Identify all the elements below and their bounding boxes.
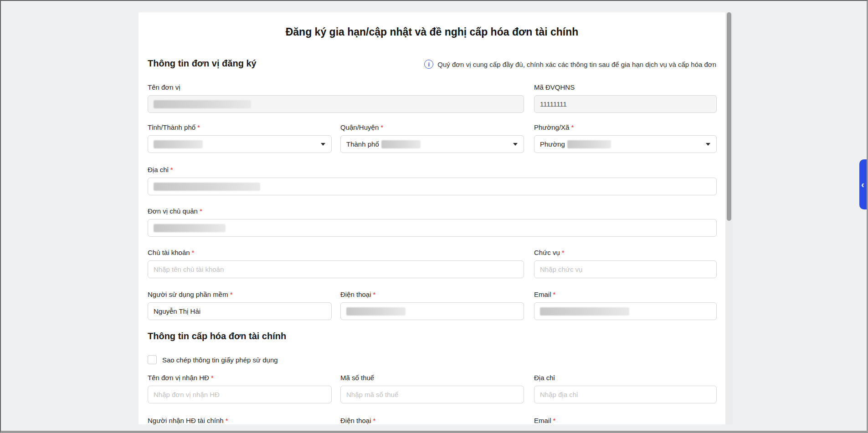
field-dia-chi: Địa chỉ* [148,165,717,195]
field-label-dia-chi: Địa chỉ* [148,165,717,174]
field-label-dien-thoai-hd: Điện thoại* [340,416,524,424]
label-text: Email [534,290,551,298]
don-vi-chu-quan-input[interactable] [148,219,717,237]
required-asterisk: * [230,290,233,298]
redacted-value [154,183,260,191]
field-label-email: Email* [534,290,717,299]
field-email: Email* [534,290,717,320]
field-label-quan-huyen: Quận/Huyện* [340,123,524,132]
required-asterisk: * [380,123,383,131]
ten-don-vi-input[interactable] [148,95,524,113]
field-label-nguoi-nhan-hd: Người nhận HĐ tài chính* [148,416,332,424]
dia-chi-hd-input[interactable] [534,386,717,403]
label-text: Mã số thuế [340,374,374,382]
chu-tai-khoan-input[interactable] [148,260,524,278]
ma-so-thue-input[interactable] [340,386,524,403]
field-label-dien-thoai: Điện thoại* [340,290,524,299]
field-label-tinh-thanh-pho: Tỉnh/Thành phố* [148,123,332,132]
info-icon: i [424,60,433,69]
required-asterisk: * [373,417,376,424]
side-panel-toggle[interactable]: ‹ [859,159,868,209]
quan-huyen-select[interactable]: Thành phố [340,135,524,153]
chevron-left-icon: ‹ [861,180,864,189]
field-don-vi-chu-quan: Đơn vị chủ quản* [148,207,717,237]
field-label-chu-tai-khoan: Chủ tài khoản* [148,248,524,257]
label-text: Quận/Huyện [340,123,379,131]
page-title: Đăng ký gia hạn/cập nhật và đề nghị cấp … [139,26,725,38]
required-asterisk: * [192,249,195,256]
label-text: Chức vụ [534,249,560,256]
field-label-don-vi-chu-quan: Đơn vị chủ quản* [148,207,717,216]
form-card: Đăng ký gia hạn/cập nhật và đề nghị cấp … [139,12,725,424]
chevron-down-icon [513,143,518,146]
field-label-nguoi-su-dung: Người sử dụng phần mềm* [148,290,332,299]
required-asterisk: * [373,290,376,298]
required-asterisk: * [197,123,200,131]
section-heading-unit-info: Thông tin đơn vị đăng ký [148,58,257,69]
phuong-xa-value-prefix: Phường [540,140,565,148]
field-label-chuc-vu: Chức vụ* [534,248,717,257]
phuong-xa-select[interactable]: Phường [534,135,717,153]
field-nguoi-nhan-hd: Người nhận HĐ tài chính* [148,416,332,424]
field-quan-huyen: Quận/Huyện* Thành phố [340,123,524,153]
field-label-email-hd: Email* [534,416,717,424]
field-dia-chi-hd: Địa chỉ [534,373,717,403]
scrollbar-track[interactable] [725,12,733,424]
required-asterisk: * [170,166,173,173]
redacted-value [154,100,251,108]
label-text: Tên đơn vị [148,83,180,91]
field-label-ten-don-vi: Tên đơn vị [148,83,524,92]
field-tinh-thanh-pho: Tỉnh/Thành phố* [148,123,332,153]
section-heading-invoice-info: Thông tin cấp hóa đơn tài chính [148,331,286,341]
label-text: Người sử dụng phần mềm [148,290,228,298]
field-chuc-vu: Chức vụ* [534,248,717,278]
redacted-value [154,224,226,232]
label-text: Tỉnh/Thành phố [148,123,195,131]
field-dien-thoai: Điện thoại* [340,290,524,320]
label-text: Người nhận HĐ tài chính [148,417,224,424]
field-nguoi-su-dung: Người sử dụng phần mềm* [148,290,332,320]
label-text: Điện thoại [340,417,371,424]
tinh-thanh-pho-select[interactable] [148,135,332,153]
field-label-ten-don-vi-nhan-hd: Tên đơn vị nhận HĐ* [148,373,332,382]
label-text: Đơn vị chủ quản [148,207,198,215]
field-label-ma-dvqhns: Mã ĐVQHNS [534,83,717,92]
copy-license-label[interactable]: Sao chép thông tin giấy phép sử dụng [162,356,278,364]
label-text: Điện thoại [340,290,371,298]
copy-license-row: Sao chép thông tin giấy phép sử dụng [148,355,278,364]
field-chu-tai-khoan: Chủ tài khoản* [148,248,524,278]
ma-dvqhns-input[interactable]: 11111111 [534,95,717,113]
chevron-down-icon [706,143,710,146]
copy-license-checkbox[interactable] [148,355,157,364]
required-asterisk: * [211,374,214,382]
redacted-value [540,307,629,316]
required-asterisk: * [226,417,228,424]
info-note-text: Quý đơn vị cung cấp đầy đủ, chính xác cá… [437,61,716,68]
field-ma-dvqhns: Mã ĐVQHNS 11111111 [534,83,717,113]
field-ma-so-thue: Mã số thuế [340,373,524,403]
ten-don-vi-nhan-hd-input[interactable] [148,386,332,403]
chuc-vu-input[interactable] [534,260,717,278]
required-asterisk: * [562,249,565,256]
dia-chi-input[interactable] [148,178,717,195]
ma-dvqhns-value: 11111111 [540,100,567,108]
label-text: Tên đơn vị nhận HĐ [148,374,209,382]
field-dien-thoai-hd: Điện thoại* [340,416,524,424]
field-email-hd: Email* [534,416,717,424]
redacted-value [381,140,421,148]
email-input[interactable] [534,302,717,320]
label-text: Email [534,417,551,424]
redacted-value [567,140,611,148]
label-text: Địa chỉ [148,166,169,173]
info-note: i Quý đơn vị cung cấp đầy đủ, chính xác … [424,60,716,69]
label-text: Phường/Xã [534,123,569,131]
dien-thoai-input[interactable] [340,302,524,320]
nguoi-su-dung-input[interactable] [148,302,332,320]
page-background: Đăng ký gia hạn/cập nhật và đề nghị cấp … [0,0,868,433]
required-asterisk: * [571,123,574,131]
field-ten-don-vi-nhan-hd: Tên đơn vị nhận HĐ* [148,373,332,403]
scrollbar-thumb[interactable] [727,12,731,221]
label-text: Chủ tài khoản [148,249,190,256]
chevron-down-icon [321,143,325,146]
label-text: Mã ĐVQHNS [534,83,575,91]
